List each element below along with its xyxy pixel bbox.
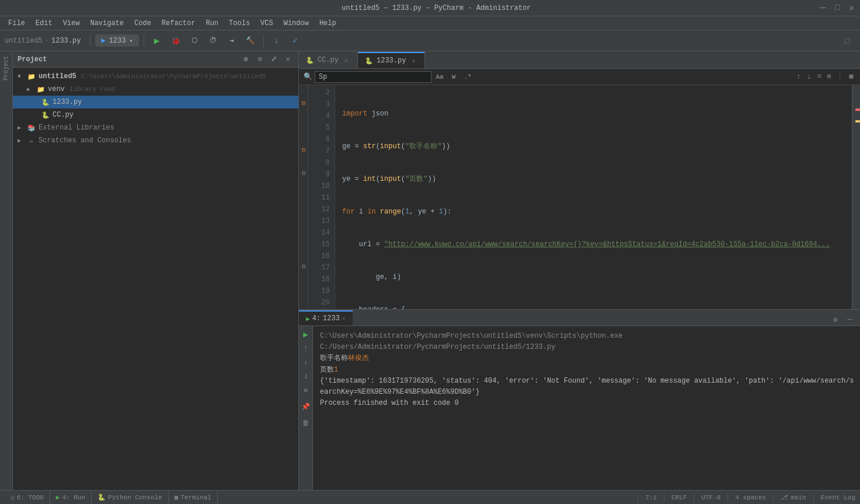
- fold-marker-5[interactable]: ⊟: [300, 99, 307, 106]
- gutter-warning-1: [855, 120, 860, 123]
- run-scroll-down-btn[interactable]: ↓: [300, 356, 312, 368]
- run-filter-btn[interactable]: ⊜: [300, 384, 312, 396]
- tab-ccpy-close[interactable]: ✕: [342, 56, 350, 64]
- cursor-position[interactable]: 7:1: [645, 494, 657, 501]
- run-tab[interactable]: ▶ 4: 1233 ✕: [299, 310, 353, 326]
- search-prev-btn[interactable]: ↑: [794, 71, 803, 82]
- maximize-button[interactable]: □: [835, 3, 840, 13]
- tree-item-external[interactable]: ▶ 📚 External Libraries: [13, 121, 298, 134]
- run-tab-close[interactable]: ✕: [342, 315, 346, 322]
- run-pin-btn[interactable]: 📌: [300, 401, 312, 412]
- ext-lib-icon: 📚: [27, 124, 36, 132]
- menu-code[interactable]: Code: [130, 18, 156, 29]
- ln-6: 6: [313, 134, 330, 146]
- run-status-tab[interactable]: ▶ 4: Run: [50, 491, 92, 505]
- run-scroll-up-btn[interactable]: ↑: [300, 342, 312, 354]
- close-button[interactable]: ✕: [849, 3, 854, 13]
- coverage-button[interactable]: ⬡: [186, 33, 203, 49]
- ln-10: 10: [313, 181, 330, 192]
- todo-tab[interactable]: ☑ 6: TODO: [5, 491, 50, 505]
- project-locate-btn[interactable]: ⊕: [240, 54, 252, 65]
- run-minimize-btn[interactable]: —: [844, 314, 855, 326]
- menu-vcs[interactable]: VCS: [256, 18, 278, 29]
- run-button[interactable]: ▶: [149, 33, 165, 49]
- search-regex-btn[interactable]: .*: [462, 71, 473, 83]
- menu-window[interactable]: Window: [279, 18, 314, 29]
- vcs-update-button[interactable]: ↓: [269, 33, 285, 49]
- build-button[interactable]: 🔨: [242, 33, 259, 49]
- menu-navigate[interactable]: Navigate: [85, 18, 128, 29]
- event-log-label: Event Log: [821, 494, 855, 501]
- line-separator[interactable]: CRLF: [671, 494, 687, 501]
- project-settings-btn[interactable]: ⚙: [254, 54, 266, 65]
- project-expand-btn[interactable]: ⤢: [268, 54, 280, 65]
- terminal-tab[interactable]: ▣ Terminal: [169, 491, 218, 505]
- menu-tools[interactable]: Tools: [224, 18, 255, 29]
- fold-marker-20[interactable]: ⊟: [300, 262, 307, 270]
- run-settings-btn[interactable]: ⚙: [830, 314, 841, 326]
- file-1233-name: 1233.py: [53, 98, 82, 106]
- python-console-tab[interactable]: 🐍 Python Console: [92, 491, 168, 505]
- profile-button[interactable]: ⏱: [205, 33, 221, 49]
- todo-tab-label: 6: TODO: [17, 494, 44, 501]
- tree-item-ccpy[interactable]: ▶ 🐍 CC.py: [13, 108, 298, 121]
- code-line-8: headers = {: [342, 304, 852, 309]
- terminal-icon: ▣: [175, 494, 179, 501]
- project-close-btn[interactable]: ✕: [282, 54, 294, 65]
- tree-item-venv[interactable]: ▶ 📁 venv library root: [13, 83, 298, 96]
- tree-item-1233[interactable]: ▶ 🐍 1233.py: [13, 96, 298, 108]
- event-log[interactable]: Event Log: [821, 494, 855, 501]
- tree-item-root[interactable]: ▼ 📁 untitled5 C:\Users\Administrator\Pyc…: [13, 70, 298, 83]
- run-play-btn[interactable]: ▶: [300, 328, 312, 340]
- menu-help[interactable]: Help: [315, 18, 341, 29]
- code-line-6: url = "http://www.kuwo.cn/api/www/search…: [342, 239, 852, 251]
- menu-edit[interactable]: Edit: [31, 18, 57, 29]
- panel-header-actions: ⊕ ⚙ ⤢ ✕: [240, 54, 294, 65]
- search-input[interactable]: [315, 71, 431, 83]
- project-root-name: untitled5: [39, 72, 76, 80]
- search-fold-btn[interactable]: ⊞: [825, 71, 834, 82]
- code-content[interactable]: import json ge = str(input("歌手名称")) ye =…: [335, 85, 852, 309]
- menu-run[interactable]: Run: [201, 18, 223, 29]
- breadcrumb-project[interactable]: untitled5: [5, 37, 43, 45]
- code-line-4: ye = int(input("页数")): [342, 174, 852, 186]
- run-status-label: 4: Run: [62, 494, 85, 501]
- search-match-case-btn[interactable]: Aa: [434, 71, 445, 83]
- tab-ccpy[interactable]: 🐍 CC.py ✕: [299, 52, 358, 68]
- search-filter-btn[interactable]: ▦: [847, 71, 855, 82]
- menu-view[interactable]: View: [58, 18, 85, 29]
- tab-1233py[interactable]: 🐍 1233.py ✕: [358, 52, 425, 68]
- fold-gutter: ⊟ ⊟ ⊟ ⊟: [299, 85, 308, 309]
- ln-8: 8: [313, 158, 330, 169]
- menu-refactor[interactable]: Refactor: [157, 18, 200, 29]
- debug-button[interactable]: 🐞: [168, 33, 184, 49]
- tree-item-scratches[interactable]: ▶ ✏ Scratches and Consoles: [13, 134, 298, 147]
- tab-1233-close[interactable]: ✕: [409, 57, 417, 65]
- menu-file[interactable]: File: [4, 18, 30, 29]
- project-tab-vertical[interactable]: Project: [2, 54, 11, 83]
- minimize-button[interactable]: ─: [820, 3, 826, 13]
- tab-ccpy-label: CC.py: [318, 56, 339, 64]
- tab-1233-label: 1233.py: [377, 57, 406, 65]
- run-config-selector[interactable]: ▶ 1233 ▾: [95, 34, 138, 47]
- fold-marker-8[interactable]: ⊟: [300, 146, 307, 153]
- code-editor[interactable]: ⊟ ⊟ ⊟ ⊟ 2 3 4 5 6 7 8 9 10 11 12 13 14 1…: [299, 85, 860, 309]
- search-icon: 🔍: [304, 72, 312, 81]
- indent-info[interactable]: 4 spaces: [735, 494, 766, 501]
- folder-icon-venv: 📁: [36, 86, 46, 93]
- search-opt-btn2[interactable]: ⋮: [834, 71, 845, 82]
- vcs-commit-button[interactable]: ✓: [287, 33, 304, 49]
- run-status-icon: ▶: [56, 494, 60, 501]
- step-button[interactable]: ⇥: [224, 33, 240, 49]
- file-encoding[interactable]: UTF-8: [701, 494, 720, 501]
- menu-bar: File Edit View Navigate Code Refactor Ru…: [0, 16, 860, 30]
- breadcrumb-file[interactable]: 1233.py: [51, 37, 81, 45]
- run-clear-btn[interactable]: 🗑: [300, 417, 312, 429]
- project-panel: Project ⊕ ⚙ ⤢ ✕ ▼ 📁 untitled5 C:\Users\A…: [13, 51, 299, 490]
- vcs-icon[interactable]: ⬚: [839, 33, 855, 49]
- run-wrap-btn[interactable]: ⤸: [300, 370, 312, 382]
- git-branch[interactable]: ⎇ main: [781, 494, 806, 501]
- search-next-btn[interactable]: ↓: [805, 71, 814, 82]
- search-icon2[interactable]: ⧇: [815, 71, 824, 82]
- search-whole-word-btn[interactable]: W: [448, 71, 459, 83]
